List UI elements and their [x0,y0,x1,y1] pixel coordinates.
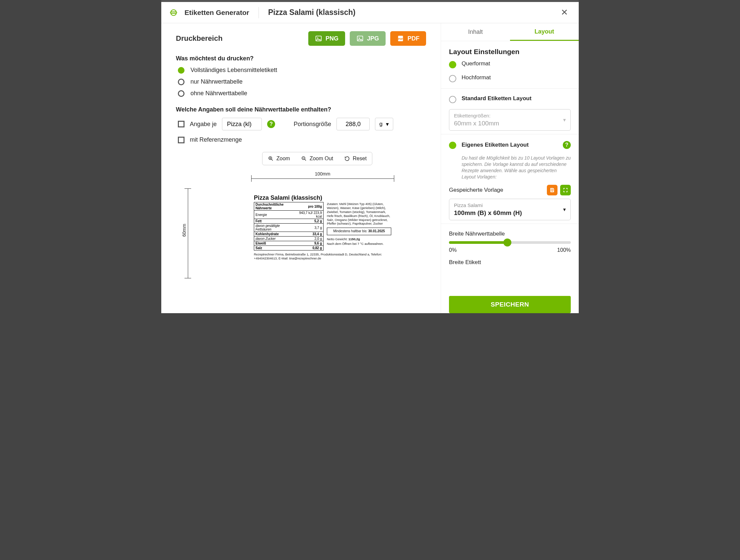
export-jpg-button[interactable]: JPG [350,31,386,46]
right-panel: Inhalt Layout Layout Einstellungen Querf… [441,23,579,313]
print-option-no-nut[interactable]: ohne Nährwerttabelle [178,90,426,97]
save-icon [550,187,555,193]
help-icon[interactable]: ? [267,120,275,128]
left-top-row: Druckbereich PNG JPG PDF PDF [176,31,426,46]
saved-template-row: Gespeicherte Vorlage [449,185,571,195]
radio-icon [178,79,185,85]
save-bar: SPEICHERN [441,290,579,313]
svg-point-2 [317,37,318,38]
checkbox-reference[interactable] [178,137,185,143]
q2-title: Welche Angaben soll deine Nährwerttabell… [176,106,426,113]
per-input[interactable] [222,118,262,130]
zoom-in-button[interactable]: Zoom [263,152,295,165]
label-width-label: Breite Etikett [449,259,571,266]
standard-layout-option[interactable]: Standard Etiketten Layout [449,95,571,103]
slider-max: 100% [557,247,571,253]
saved-template-name: Pizza Salami [454,202,559,208]
svg-point-0 [171,10,176,15]
saved-template-label: Gespeicherte Vorlage [449,187,544,193]
brand-title: Etiketten Generator [185,9,249,17]
net-weight: Netto Gewicht: 1150,2g [327,237,391,241]
section-title: Druckbereich [176,34,304,43]
brand-icon [169,8,178,17]
label-preview: 100mm 60mm Pizza Salami (klassisch) Durc… [176,171,426,284]
chevron-down-icon: ▾ [386,121,389,128]
unit-select[interactable]: g ▾ [375,118,393,130]
export-pdf-label: PDF [407,35,420,42]
save-template-button[interactable] [547,185,557,195]
dim-height-bar [188,188,188,278]
best-by-label: Mindestens haltbar bis: [333,229,367,233]
save-button-label: SPEICHERN [491,301,529,308]
export-png-label: PNG [326,35,339,42]
reference-row: mit Referenzmenge [178,136,426,143]
standard-size-select[interactable]: Etikettengrößen: 60mm x 100mm ▾ [449,109,571,131]
label-columns: Durchschnittliche Nährwertepro 100g Ener… [251,202,394,251]
export-png-button[interactable]: PNG [308,31,345,46]
own-layout-option[interactable]: Eigenes Etiketten Layout ? [449,141,571,149]
print-option-nut-only[interactable]: nur Nährwerttabelle [178,78,426,85]
portion-size-input[interactable] [337,118,370,130]
saved-template-select[interactable]: Pizza Salami 100mm (B) x 60mm (H) ▾ [449,199,571,220]
radio-icon [449,142,456,149]
nut-hdr-l: Durchschnittliche Nährwerte [254,202,297,211]
checkbox-per[interactable] [178,121,185,127]
zoom-in-label: Zoom [276,156,290,162]
standard-layout-label: Standard Etiketten Layout [462,95,532,102]
radio-icon [449,61,456,68]
dim-height-label: 60mm [182,224,187,237]
nut-cell: 0,82 g [297,246,323,251]
dim-tick [394,175,394,182]
help-icon[interactable]: ? [563,141,571,149]
divider [441,88,579,89]
dim-width-label: 100mm [251,171,394,177]
zoom-out-button[interactable]: Zoom Out [295,152,339,165]
reference-label: mit Referenzmenge [190,136,242,143]
zoom-reset-button[interactable]: Reset [339,152,372,165]
layout-heading: Layout Einstellungen [449,48,571,56]
nut-cell: davon gesättigte Fettsäuren [254,223,297,232]
slider-thumb[interactable] [503,239,512,247]
tab-content-label: Inhalt [468,28,483,35]
export-jpg-label: JPG [367,35,379,42]
tab-content[interactable]: Inhalt [441,23,510,41]
pdf-icon: PDF [397,35,404,42]
tab-layout[interactable]: Layout [510,23,579,41]
standard-size-small: Etikettengrößen: [454,113,559,118]
zoom-reset-label: Reset [353,156,367,162]
radio-icon [449,96,456,103]
close-button[interactable]: ✕ [558,6,571,19]
divider [441,223,579,224]
nut-cell: Kohlenhydrate [254,232,297,237]
label-title: Pizza Salami (klassisch) [251,192,394,202]
left-panel: Druckbereich PNG JPG PDF PDF Was möchtes… [161,23,441,313]
own-layout-label: Eigenes Etiketten Layout [462,142,557,148]
save-button[interactable]: SPEICHERN [449,296,571,313]
slider-min: 0% [449,247,457,253]
portion-row: Angabe je ? Portionsgröße g ▾ [178,118,426,130]
per-label: Angabe je [190,121,217,128]
own-layout-hint: Du hast die Möglichkeit bis zu 10 Layout… [462,155,571,180]
slider-fill [449,241,507,244]
nut-cell: Eiweiß [254,241,297,246]
export-pdf-button[interactable]: PDF PDF [390,31,426,46]
zoom-out-icon [301,156,307,162]
nut-cell: 5,2 g [297,219,323,223]
ingredients-column: Zutaten: Mehl (Weizen Typ 405) (Gluten, … [327,202,391,251]
image-icon [356,35,364,42]
fullscreen-button[interactable] [560,185,571,195]
image-icon [315,35,322,42]
nut-cell: 943,7 kJ/ 223,9 kcal [297,211,323,219]
print-option-full[interactable]: Vollständiges Lebensmitteletikett [178,67,426,74]
chevron-down-icon: ▾ [563,117,566,123]
nut-cell: 33,4 g [297,232,323,237]
modal-container: Etiketten Generator Pizza Salami (klassi… [161,0,579,313]
nut-cell: Salz [254,246,297,251]
nut-width-slider[interactable] [449,241,571,244]
orient-landscape[interactable]: Querformat [449,60,571,68]
print-option-nut-only-label: nur Nährwerttabelle [190,78,243,85]
print-option-full-label: Vollständiges Lebensmitteletikett [190,67,277,74]
nut-width-label: Breite Nährwerttabelle [449,230,571,237]
orient-portrait[interactable]: Hochformat [449,74,571,82]
standard-size-value: 60mm x 100mm [454,120,559,127]
